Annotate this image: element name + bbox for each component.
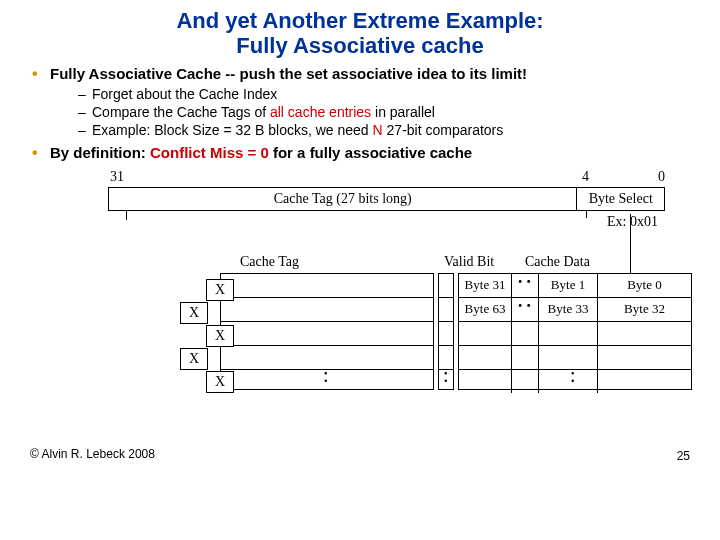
byte-select-example: Ex: 0x01 [607,214,658,230]
comparator: X [180,302,208,324]
page-number: 25 [677,449,690,463]
tick-31 [126,210,127,220]
comparator: X [180,348,208,370]
data-row-0: Byte 31• •Byte 1Byte 0 [459,274,691,298]
sub-2: Compare the Cache Tags of all cache entr… [78,104,690,120]
bit-label-4: 4 [582,169,589,185]
ellipsis-colon: : [323,364,329,387]
label-cache-tag: Cache Tag [240,254,299,270]
addr-tag-field: Cache Tag (27 bits long) [109,188,577,210]
diagram: 31 4 0 Cache Tag (27 bits long) Byte Sel… [30,169,690,459]
label-valid-bit: Valid Bit [444,254,494,270]
addr-byte-select: Byte Select [577,188,664,210]
label-cache-data: Cache Data [525,254,590,270]
sub-3: Example: Block Size = 32 B blocks, we ne… [78,122,690,138]
data-row-1: Byte 63• •Byte 33Byte 32 [459,298,691,322]
bullet-2: By definition: Conflict Miss = 0 for a f… [32,144,690,161]
bit-label-0: 0 [658,169,665,185]
address-word: Cache Tag (27 bits long) Byte Select [108,187,665,211]
comparator: X [206,325,234,347]
bullet-1: Fully Associative Cache -- push the set … [32,65,690,138]
sub-1: Forget about the Cache Index [78,86,690,102]
comparator: X [206,279,234,301]
slide-title: And yet Another Extreme Example: Fully A… [30,8,690,59]
tick-4 [586,210,587,218]
bit-label-31: 31 [110,169,124,185]
ellipsis-colon: : [570,364,576,387]
footer: © Alvin R. Lebeck 2008 25 [30,447,690,461]
copyright: © Alvin R. Lebeck 2008 [30,447,155,461]
bullets: Fully Associative Cache -- push the set … [30,65,690,161]
comparator: X [206,371,234,393]
byte-select-arrow [630,214,631,282]
ellipsis-colon: : [443,364,449,387]
